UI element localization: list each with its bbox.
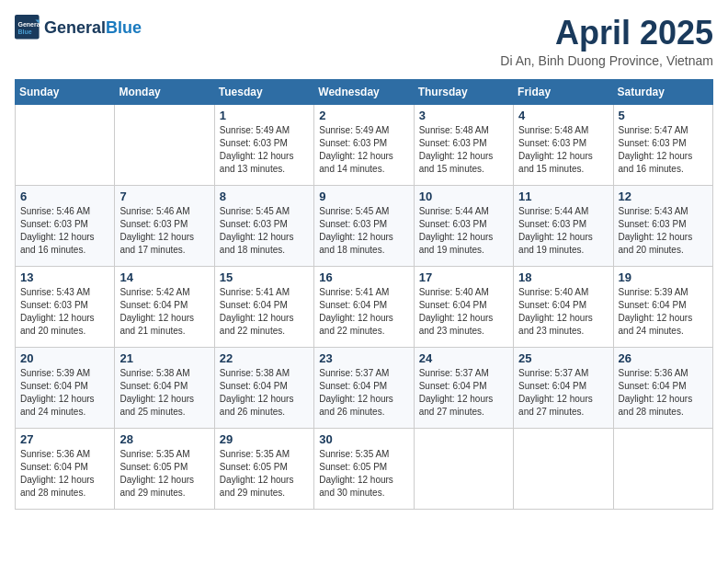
day-number: 17: [419, 270, 508, 284]
day-detail: Sunrise: 5:35 AM Sunset: 6:05 PM Dayligh…: [319, 448, 408, 500]
header: General Blue General Blue April 2025 Di …: [15, 15, 713, 68]
day-detail: Sunrise: 5:43 AM Sunset: 6:03 PM Dayligh…: [619, 205, 708, 257]
day-header-wednesday: Wednesday: [314, 79, 414, 104]
day-header-monday: Monday: [115, 79, 214, 104]
day-detail: Sunrise: 5:49 AM Sunset: 6:03 PM Dayligh…: [220, 124, 309, 176]
day-detail: Sunrise: 5:37 AM Sunset: 6:04 PM Dayligh…: [518, 367, 608, 419]
day-detail: Sunrise: 5:46 AM Sunset: 6:03 PM Dayligh…: [119, 205, 209, 257]
day-number: 3: [419, 109, 508, 122]
svg-text:Blue: Blue: [18, 29, 32, 35]
logo-blue: Blue: [106, 19, 142, 36]
day-cell-22: 22Sunrise: 5:38 AM Sunset: 6:04 PM Dayli…: [214, 347, 313, 428]
day-header-thursday: Thursday: [414, 79, 513, 104]
day-header-sunday: Sunday: [16, 79, 115, 104]
day-detail: Sunrise: 5:42 AM Sunset: 6:04 PM Dayligh…: [119, 286, 209, 338]
logo-icon: General Blue: [15, 15, 40, 40]
empty-cell: [414, 428, 513, 509]
day-number: 14: [119, 270, 209, 284]
day-cell-1: 1Sunrise: 5:49 AM Sunset: 6:03 PM Daylig…: [214, 104, 313, 185]
day-cell-19: 19Sunrise: 5:39 AM Sunset: 6:04 PM Dayli…: [613, 266, 712, 347]
day-cell-25: 25Sunrise: 5:37 AM Sunset: 6:04 PM Dayli…: [514, 347, 613, 428]
day-detail: Sunrise: 5:49 AM Sunset: 6:03 PM Dayligh…: [319, 124, 408, 176]
day-cell-18: 18Sunrise: 5:40 AM Sunset: 6:04 PM Dayli…: [514, 266, 613, 347]
day-header-tuesday: Tuesday: [214, 79, 313, 104]
empty-cell: [514, 428, 613, 509]
week-row-5: 27Sunrise: 5:36 AM Sunset: 6:04 PM Dayli…: [16, 428, 713, 509]
day-number: 29: [220, 432, 309, 446]
logo-general: General: [44, 19, 106, 36]
title-area: April 2025 Di An, Binh Duong Province, V…: [500, 15, 713, 68]
day-detail: Sunrise: 5:40 AM Sunset: 6:04 PM Dayligh…: [518, 286, 608, 338]
day-cell-23: 23Sunrise: 5:37 AM Sunset: 6:04 PM Dayli…: [314, 347, 414, 428]
day-detail: Sunrise: 5:46 AM Sunset: 6:03 PM Dayligh…: [20, 205, 109, 257]
logo: General Blue General Blue: [15, 15, 142, 40]
day-cell-6: 6Sunrise: 5:46 AM Sunset: 6:03 PM Daylig…: [16, 185, 115, 266]
day-number: 19: [619, 270, 708, 284]
day-cell-29: 29Sunrise: 5:35 AM Sunset: 6:05 PM Dayli…: [214, 428, 313, 509]
day-detail: Sunrise: 5:44 AM Sunset: 6:03 PM Dayligh…: [419, 205, 508, 257]
day-detail: Sunrise: 5:35 AM Sunset: 6:05 PM Dayligh…: [119, 448, 209, 500]
day-cell-15: 15Sunrise: 5:41 AM Sunset: 6:04 PM Dayli…: [214, 266, 313, 347]
day-detail: Sunrise: 5:38 AM Sunset: 6:04 PM Dayligh…: [220, 367, 309, 419]
day-number: 6: [20, 190, 109, 203]
day-number: 1: [220, 109, 309, 122]
day-number: 16: [319, 270, 408, 284]
day-cell-14: 14Sunrise: 5:42 AM Sunset: 6:04 PM Dayli…: [115, 266, 214, 347]
day-cell-12: 12Sunrise: 5:43 AM Sunset: 6:03 PM Dayli…: [613, 185, 712, 266]
day-cell-8: 8Sunrise: 5:45 AM Sunset: 6:03 PM Daylig…: [214, 185, 313, 266]
day-number: 7: [119, 190, 209, 203]
day-cell-13: 13Sunrise: 5:43 AM Sunset: 6:03 PM Dayli…: [16, 266, 115, 347]
day-detail: Sunrise: 5:48 AM Sunset: 6:03 PM Dayligh…: [518, 124, 608, 176]
day-cell-28: 28Sunrise: 5:35 AM Sunset: 6:05 PM Dayli…: [115, 428, 214, 509]
calendar-table: SundayMondayTuesdayWednesdayThursdayFrid…: [15, 79, 713, 510]
day-cell-24: 24Sunrise: 5:37 AM Sunset: 6:04 PM Dayli…: [414, 347, 513, 428]
day-detail: Sunrise: 5:39 AM Sunset: 6:04 PM Dayligh…: [619, 286, 708, 338]
calendar-header: SundayMondayTuesdayWednesdayThursdayFrid…: [16, 79, 713, 104]
day-detail: Sunrise: 5:47 AM Sunset: 6:03 PM Dayligh…: [619, 124, 708, 176]
day-cell-21: 21Sunrise: 5:38 AM Sunset: 6:04 PM Dayli…: [115, 347, 214, 428]
day-cell-7: 7Sunrise: 5:46 AM Sunset: 6:03 PM Daylig…: [115, 185, 214, 266]
day-number: 26: [619, 351, 708, 365]
day-detail: Sunrise: 5:41 AM Sunset: 6:04 PM Dayligh…: [220, 286, 309, 338]
week-row-2: 6Sunrise: 5:46 AM Sunset: 6:03 PM Daylig…: [16, 185, 713, 266]
day-cell-30: 30Sunrise: 5:35 AM Sunset: 6:05 PM Dayli…: [314, 428, 414, 509]
day-number: 11: [518, 190, 608, 203]
day-cell-3: 3Sunrise: 5:48 AM Sunset: 6:03 PM Daylig…: [414, 104, 513, 185]
day-number: 8: [220, 190, 309, 203]
day-number: 22: [220, 351, 309, 365]
day-number: 2: [319, 109, 408, 122]
day-cell-16: 16Sunrise: 5:41 AM Sunset: 6:04 PM Dayli…: [314, 266, 414, 347]
day-number: 23: [319, 351, 408, 365]
day-detail: Sunrise: 5:45 AM Sunset: 6:03 PM Dayligh…: [319, 205, 408, 257]
day-cell-17: 17Sunrise: 5:40 AM Sunset: 6:04 PM Dayli…: [414, 266, 513, 347]
day-detail: Sunrise: 5:43 AM Sunset: 6:03 PM Dayligh…: [20, 286, 109, 338]
empty-cell: [16, 104, 115, 185]
day-number: 20: [20, 351, 109, 365]
empty-cell: [613, 428, 712, 509]
day-detail: Sunrise: 5:48 AM Sunset: 6:03 PM Dayligh…: [419, 124, 508, 176]
day-cell-11: 11Sunrise: 5:44 AM Sunset: 6:03 PM Dayli…: [514, 185, 613, 266]
days-of-week-row: SundayMondayTuesdayWednesdayThursdayFrid…: [16, 79, 713, 104]
day-number: 28: [119, 432, 209, 446]
day-header-friday: Friday: [514, 79, 613, 104]
day-detail: Sunrise: 5:36 AM Sunset: 6:04 PM Dayligh…: [20, 448, 109, 500]
day-cell-10: 10Sunrise: 5:44 AM Sunset: 6:03 PM Dayli…: [414, 185, 513, 266]
day-detail: Sunrise: 5:35 AM Sunset: 6:05 PM Dayligh…: [220, 448, 309, 500]
location-title: Di An, Binh Duong Province, Vietnam: [500, 53, 713, 68]
svg-text:General: General: [18, 21, 41, 28]
day-detail: Sunrise: 5:40 AM Sunset: 6:04 PM Dayligh…: [419, 286, 508, 338]
day-detail: Sunrise: 5:37 AM Sunset: 6:04 PM Dayligh…: [319, 367, 408, 419]
day-cell-2: 2Sunrise: 5:49 AM Sunset: 6:03 PM Daylig…: [314, 104, 414, 185]
day-number: 24: [419, 351, 508, 365]
day-number: 25: [518, 351, 608, 365]
day-cell-5: 5Sunrise: 5:47 AM Sunset: 6:03 PM Daylig…: [613, 104, 712, 185]
day-number: 13: [20, 270, 109, 284]
day-number: 4: [518, 109, 608, 122]
day-number: 10: [419, 190, 508, 203]
day-header-saturday: Saturday: [613, 79, 712, 104]
day-number: 27: [20, 432, 109, 446]
day-detail: Sunrise: 5:36 AM Sunset: 6:04 PM Dayligh…: [619, 367, 708, 419]
day-cell-27: 27Sunrise: 5:36 AM Sunset: 6:04 PM Dayli…: [16, 428, 115, 509]
empty-cell: [115, 104, 214, 185]
week-row-4: 20Sunrise: 5:39 AM Sunset: 6:04 PM Dayli…: [16, 347, 713, 428]
